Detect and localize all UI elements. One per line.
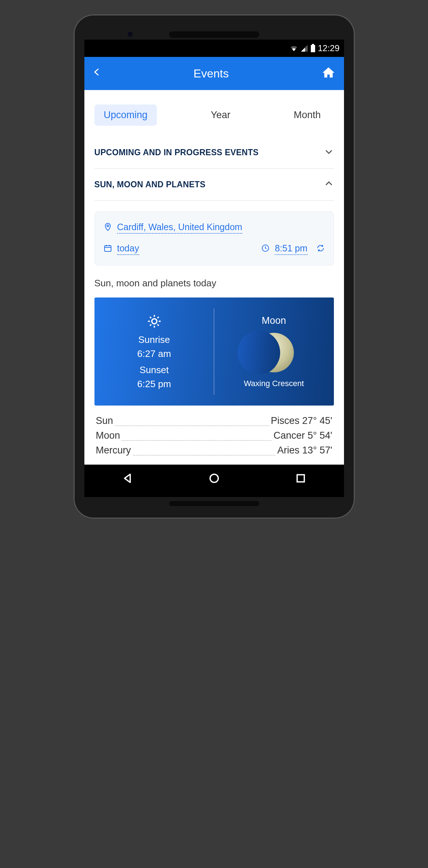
position-row: Sun Pisces 27° 45' (94, 413, 334, 428)
clock-icon (261, 244, 270, 255)
svg-rect-7 (297, 475, 304, 482)
moon-label: Moon (262, 315, 286, 326)
svg-point-2 (107, 225, 109, 227)
svg-rect-0 (311, 45, 315, 52)
speaker-grille (169, 31, 259, 38)
accordion-upcoming-events[interactable]: UPCOMING AND IN PROGRESS EVENTS (94, 137, 334, 169)
svg-point-6 (210, 474, 218, 483)
sunrise-label: Sunrise (138, 334, 170, 345)
speaker-grille-bottom (169, 501, 259, 506)
body-name: Moon (94, 430, 122, 441)
nav-home-icon[interactable] (208, 472, 220, 486)
accordion-label: UPCOMING AND IN PROGRESS EVENTS (94, 148, 259, 157)
filter-card: Cardiff, Wales, United Kingdom today (94, 211, 334, 265)
chevron-down-icon (324, 147, 334, 158)
date-time-row: today 8:51 pm (103, 243, 325, 255)
nav-recent-icon[interactable] (295, 472, 307, 486)
tabs: Upcoming Year Month (94, 104, 334, 137)
sunset-time: 6:25 pm (137, 379, 171, 390)
chevron-up-icon (324, 179, 334, 190)
sun-panel: Sunrise 6:27 am Sunset 6:25 pm (94, 297, 214, 406)
tab-month[interactable]: Month (284, 104, 330, 126)
tab-year[interactable]: Year (201, 104, 240, 126)
section-title: Sun, moon and planets today (94, 278, 334, 289)
screen: 12:29 Events Upcoming Year Month UP (84, 40, 344, 497)
content-area: Upcoming Year Month UPCOMING AND IN PROG… (84, 90, 344, 465)
phone-inner: 12:29 Events Upcoming Year Month UP (79, 20, 349, 513)
android-status-bar: 12:29 (84, 40, 344, 57)
svg-rect-1 (312, 44, 314, 45)
nav-back-icon[interactable] (122, 472, 134, 486)
calendar-icon (103, 244, 112, 255)
location-row: Cardiff, Wales, United Kingdom (103, 222, 325, 234)
moon-phase-text: Waxing Crescent (244, 379, 304, 388)
moon-panel: Moon Waxing Crescent (214, 297, 334, 406)
battery-icon (310, 44, 316, 53)
clock-text: 12:29 (318, 43, 339, 53)
position-row: Mercury Aries 13° 57' (94, 443, 334, 458)
time-link[interactable]: 8:51 pm (275, 243, 307, 255)
home-button[interactable] (321, 66, 336, 81)
svg-rect-3 (105, 246, 111, 251)
positions-list: Sun Pisces 27° 45' Moon Cancer 5° 54' Me… (94, 413, 334, 458)
location-link[interactable]: Cardiff, Wales, United Kingdom (117, 222, 242, 234)
accordion-sun-moon-planets[interactable]: SUN, MOON AND PLANETS (94, 169, 334, 201)
location-pin-icon (103, 223, 112, 233)
body-position: Pisces 27° 45' (269, 415, 334, 426)
phone-frame: 12:29 Events Upcoming Year Month UP (74, 14, 355, 519)
tab-upcoming[interactable]: Upcoming (94, 104, 157, 126)
app-bar: Events (84, 57, 344, 90)
sunrise-time: 6:27 am (137, 348, 171, 359)
svg-point-5 (152, 319, 157, 324)
wifi-icon (290, 44, 298, 53)
accordion-label: SUN, MOON AND PLANETS (94, 180, 206, 189)
body-position: Aries 13° 57' (276, 445, 334, 456)
page-title: Events (194, 67, 229, 80)
date-link[interactable]: today (117, 243, 139, 255)
body-name: Mercury (94, 445, 133, 456)
android-nav-bar (84, 465, 344, 493)
back-button[interactable] (92, 66, 101, 81)
front-camera (128, 32, 133, 37)
cellular-icon (300, 44, 308, 52)
sun-icon (147, 314, 162, 331)
refresh-icon[interactable] (316, 244, 325, 255)
body-position: Cancer 5° 54' (272, 430, 334, 441)
sunset-label: Sunset (140, 364, 169, 376)
sky-card: Sunrise 6:27 am Sunset 6:25 pm Moon Waxi… (94, 297, 334, 406)
position-row: Moon Cancer 5° 54' (94, 428, 334, 443)
body-name: Sun (94, 415, 115, 426)
moon-phase-graphic (254, 333, 294, 372)
